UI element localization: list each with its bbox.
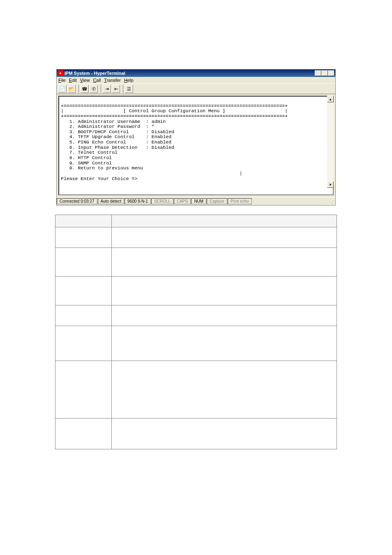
prompt: Please Enter Your Choice => (61, 176, 137, 181)
status-printecho: Print echo (228, 198, 252, 204)
table-cell (112, 361, 337, 419)
toolbar: 📄 📂 ☎ ✆ ⇥ ⇤ ☰ (57, 83, 335, 94)
table-cell (112, 227, 337, 248)
menu-title: [ Control Group Configuration Menu ] (123, 108, 225, 113)
connect-icon[interactable]: ☎ (81, 85, 89, 93)
menu-call[interactable]: Call (93, 78, 101, 83)
menu-view[interactable]: View (80, 78, 90, 83)
status-connected: Connected 0:03:27 (57, 198, 97, 204)
status-caps: CAPS (174, 198, 191, 204)
status-num: NUM (191, 198, 206, 204)
table-cell (112, 277, 337, 305)
close-button[interactable]: × (328, 70, 334, 76)
menu-line: 0. Return to previous menu (61, 165, 143, 171)
table-cell (55, 361, 112, 419)
table-cell (55, 248, 112, 277)
menu-line: 5. PING Echo Control : Enabled (61, 139, 171, 145)
menu-line: 9. SNMP Control (61, 160, 112, 166)
terminal[interactable]: +=======================================… (58, 96, 334, 195)
window-controls: _ □ × (315, 70, 334, 76)
menu-line: 8. HTTP Control (61, 155, 112, 160)
table-cell (112, 248, 337, 277)
terminal-output: +=======================================… (61, 98, 331, 181)
minimize-button[interactable]: _ (315, 70, 321, 76)
table-row (55, 326, 337, 361)
status-baud: 9600 8-N-1 (125, 198, 151, 204)
menu-transfer[interactable]: Transfer (104, 78, 121, 83)
description-table (55, 215, 337, 449)
hyperterminal-window: ● IPM System - HyperTerminal _ □ × File … (56, 69, 336, 206)
table-cell (112, 305, 337, 326)
scroll-down-icon[interactable]: ▼ (327, 181, 334, 188)
window-title: IPM System - HyperTerminal (65, 71, 315, 76)
scroll-up-icon[interactable]: ▲ (327, 96, 334, 102)
send-icon[interactable]: ⇥ (103, 85, 111, 93)
titlebar[interactable]: ● IPM System - HyperTerminal _ □ × (57, 69, 335, 77)
table-cell (55, 419, 112, 449)
status-capture: Capture (207, 198, 227, 204)
menu-line: 4. TFTP Upgrade Control : Enabled (61, 134, 171, 139)
table-row (55, 227, 337, 248)
new-icon[interactable]: 📄 (58, 85, 67, 93)
scrollbar[interactable]: ▲ ▼ (327, 96, 334, 188)
menu-line: 1. Administrator Username : admin (61, 119, 166, 124)
menu-line: 7. Telnet Control (61, 150, 118, 155)
menu-file[interactable]: File (58, 78, 66, 83)
menu-help[interactable]: Help (124, 78, 134, 83)
table-cell (55, 215, 112, 227)
table-cell (55, 305, 112, 326)
table-row (55, 361, 337, 419)
table-cell (112, 326, 337, 361)
scroll-track[interactable] (327, 102, 334, 181)
table-row (55, 248, 337, 277)
menu-line: 6. Input Phase Detection : Disabled (61, 145, 174, 150)
table-cell (55, 227, 112, 248)
resize-grip-icon[interactable]: ⋰ (330, 198, 335, 204)
menu-edit[interactable]: Edit (69, 78, 77, 83)
maximize-button[interactable]: □ (321, 70, 328, 76)
table-cell (55, 326, 112, 361)
terminal-area: +=======================================… (57, 94, 335, 197)
open-icon[interactable]: 📂 (67, 85, 76, 93)
status-scroll: SCROLL (151, 198, 173, 204)
table-row (55, 419, 337, 449)
menubar: File Edit View Call Transfer Help (57, 77, 335, 83)
receive-icon[interactable]: ⇤ (112, 85, 120, 93)
menu-line: 2. Administrator Password : * (61, 124, 154, 129)
app-icon: ● (58, 70, 63, 76)
status-autodetect: Auto detect (98, 198, 125, 204)
menu-line: 3. BOOTP/DHCP Control : Disabled (61, 129, 174, 134)
table-cell (112, 419, 337, 449)
properties-icon[interactable]: ☰ (125, 85, 133, 93)
table-row (55, 277, 337, 305)
disconnect-icon[interactable]: ✆ (90, 85, 98, 93)
table-cell (55, 277, 112, 305)
table-cell (112, 215, 337, 227)
statusbar: Connected 0:03:27 Auto detect 9600 8-N-1… (57, 197, 335, 205)
table-header-row (55, 215, 337, 227)
table-row (55, 305, 337, 326)
